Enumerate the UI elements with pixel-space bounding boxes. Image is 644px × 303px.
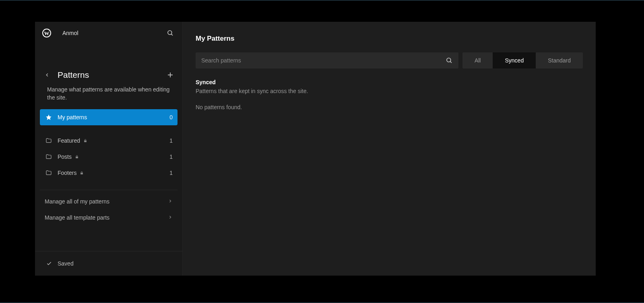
category-count: 1 (169, 154, 173, 160)
page-title: My Patterns (196, 35, 583, 43)
lock-icon (80, 171, 84, 175)
empty-state: No patterns found. (196, 104, 583, 110)
category-item-footers[interactable]: Footers 1 (40, 165, 178, 181)
svg-marker-4 (46, 114, 51, 120)
check-icon (46, 261, 52, 266)
main-content: My Patterns All Synced Standard Synced P… (183, 22, 596, 276)
sidebar-footer: Saved (35, 251, 182, 276)
search-input[interactable] (201, 57, 446, 64)
group-description: Patterns that are kept in sync across th… (196, 88, 583, 94)
search-icon[interactable] (165, 28, 175, 38)
mgmt-label: Manage all template parts (45, 214, 168, 221)
filter-synced[interactable]: Synced (493, 52, 536, 68)
lock-icon (75, 155, 79, 159)
svg-point-0 (168, 31, 172, 35)
nav-count: 0 (169, 114, 173, 120)
svg-line-9 (450, 61, 452, 63)
category-item-posts[interactable]: Posts 1 (40, 149, 178, 165)
svg-point-8 (447, 58, 451, 62)
app-window: W Anmol Patterns Manage what patterns ar… (35, 22, 596, 276)
folder-icon (45, 170, 53, 176)
manage-all-patterns[interactable]: Manage all of my patterns (40, 193, 178, 210)
manage-all-template-parts[interactable]: Manage all template parts (40, 210, 178, 226)
sidebar-header: W Anmol (35, 22, 182, 44)
svg-rect-7 (81, 172, 83, 174)
add-pattern-button[interactable] (165, 70, 175, 80)
filter-standard[interactable]: Standard (536, 52, 583, 68)
filter-segmented-control: All Synced Standard (462, 52, 583, 68)
category-item-peek[interactable] (40, 181, 178, 185)
group-title: Synced (196, 79, 583, 85)
nav-label: My patterns (58, 114, 169, 120)
search-icon[interactable] (446, 57, 453, 64)
section-header: Patterns (35, 65, 182, 82)
toolbar: All Synced Standard (196, 52, 583, 68)
folder-icon (45, 154, 53, 160)
category-label: Featured (58, 137, 80, 144)
section-description: Manage what patterns are available when … (35, 82, 182, 109)
sidebar-nav: My patterns 0 (35, 109, 182, 127)
svg-rect-5 (84, 140, 87, 142)
category-list: Featured 1 Posts 1 (35, 127, 182, 185)
category-label: Footers (58, 170, 76, 176)
saved-status: Saved (58, 260, 74, 267)
site-name[interactable]: Anmol (62, 30, 165, 36)
mgmt-label: Manage all of my patterns (45, 198, 168, 205)
svg-line-1 (171, 34, 173, 35)
wordpress-logo-icon[interactable]: W (42, 29, 51, 37)
folder-icon (45, 137, 53, 144)
sidebar-item-my-patterns[interactable]: My patterns 0 (40, 109, 178, 125)
lock-icon (83, 139, 87, 143)
chevron-right-icon (168, 198, 173, 205)
category-label: Posts (58, 154, 72, 160)
star-icon (45, 114, 53, 120)
search-field[interactable] (196, 52, 458, 68)
section-title: Patterns (58, 70, 165, 80)
category-count: 1 (169, 137, 173, 144)
category-item-featured[interactable]: Featured 1 (40, 133, 178, 149)
chevron-right-icon (168, 214, 173, 221)
back-button[interactable] (42, 72, 52, 78)
category-count: 1 (169, 170, 173, 176)
management-list: Manage all of my patterns Manage all tem… (35, 190, 182, 229)
filter-all[interactable]: All (462, 52, 493, 68)
svg-rect-6 (76, 156, 78, 158)
sidebar: W Anmol Patterns Manage what patterns ar… (35, 22, 183, 276)
